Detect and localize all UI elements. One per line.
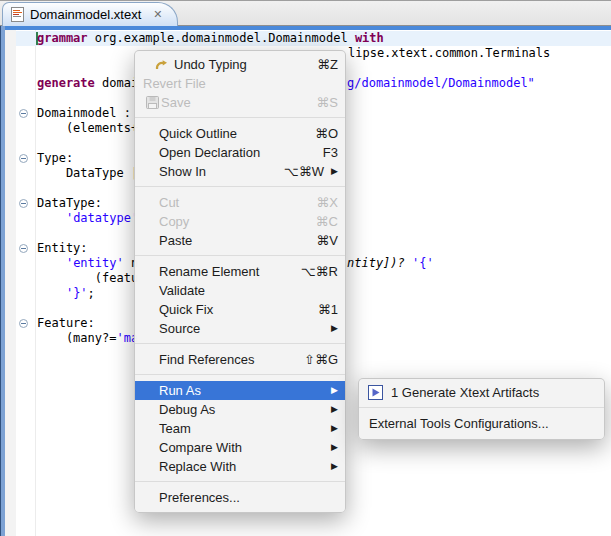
menu-item-label: Replace With [159,459,236,474]
fold-collapse-icon[interactable] [19,109,28,118]
menu-item-1-generate-xtext-artifacts[interactable]: 1 Generate Xtext Artifacts [359,383,604,402]
run-icon [368,385,383,400]
menu-item-label: Open Declaration [159,145,260,160]
editor-tab-bar: Domainmodel.xtext ✕ [0,0,611,26]
submenu-arrow-icon: ▶ [331,381,338,400]
submenu-arrow-icon: ▶ [331,457,338,476]
menu-item-label: Quick Fix [159,302,213,317]
fold-collapse-icon[interactable] [19,244,28,253]
menu-item-label: Validate [159,283,205,298]
menu-item-cut[interactable]: Cut⌘X [135,193,345,212]
fold-collapse-icon[interactable] [19,154,28,163]
menu-item-source[interactable]: Source▶ [135,319,345,338]
menu-item-find-references[interactable]: Find References⇧⌘G [135,350,345,369]
menu-item-label: 1 Generate Xtext Artifacts [391,385,539,400]
code-line[interactable]: g/domainmodel/Domainmodel" [347,76,535,91]
menu-item-shortcut: ⌘C [316,214,338,229]
menu-item-quick-outline[interactable]: Quick Outline⌘O [135,124,345,143]
menu-item-shortcut: ⌘S [316,95,338,110]
menu-item-open-declaration[interactable]: Open DeclarationF3 [135,143,345,162]
menu-item-shortcut: F3 [323,145,338,160]
menu-item-label: Run As [159,383,201,398]
submenu-arrow-icon: ▶ [331,400,338,419]
menu-item-validate[interactable]: Validate [135,281,345,300]
fold-collapse-icon[interactable] [19,319,28,328]
code-line[interactable]: Entity: [37,241,88,256]
submenu-arrow-icon: ▶ [331,162,338,181]
menu-item-label: Revert File [143,76,206,91]
menu-item-shortcut: ⌘V [316,233,338,248]
menu-item-external-tools-configurations[interactable]: External Tools Configurations... [359,414,604,433]
xtext-file-icon [11,7,24,22]
menu-item-paste[interactable]: Paste⌘V [135,231,345,250]
menu-item-label: Source [159,321,200,336]
tab-title: Domainmodel.xtext [30,7,141,22]
code-line[interactable]: generate domai [37,76,138,91]
menu-item-team[interactable]: Team▶ [135,419,345,438]
undo-icon [154,58,169,71]
submenu-arrow-icon: ▶ [331,419,338,438]
menu-item-label: Cut [159,195,179,210]
menu-item-label: Undo Typing [174,57,247,72]
menu-item-label: Debug As [159,402,215,417]
code-line[interactable]: '}'; [37,286,95,301]
menu-item-save[interactable]: Save⌘S [135,93,345,112]
menu-item-quick-fix[interactable]: Quick Fix⌘1 [135,300,345,319]
code-line[interactable]: DataType: [37,196,102,211]
code-line[interactable]: Type: [37,151,73,166]
code-line[interactable]: (many?='ma [37,331,138,346]
menu-item-revert-file[interactable]: Revert File [135,74,345,93]
menu-item-label: Quick Outline [159,126,237,141]
menu-item-label: Preferences... [159,490,240,505]
menu-separator [135,374,345,375]
code-line[interactable]: Domainmodel : [37,106,131,121]
menu-item-shortcut: ⌥⌘W [284,164,324,179]
menu-item-copy[interactable]: Copy⌘C [135,212,345,231]
code-line[interactable]: 'datatype' [37,211,138,226]
menu-item-label: Team [159,421,191,436]
menu-separator [135,343,345,344]
menu-item-label: Paste [159,233,192,248]
menu-item-label: Copy [159,214,189,229]
code-line[interactable]: grammar org.example.domainmodel.Domainmo… [37,31,384,46]
menu-item-shortcut: ⌘1 [318,302,338,317]
run-as-submenu: 1 Generate Xtext ArtifactsExternal Tools… [358,378,605,440]
submenu-arrow-icon: ▶ [331,319,338,338]
menu-item-shortcut: ⌘Z [317,57,338,72]
submenu-arrow-icon: ▶ [331,438,338,457]
menu-item-label: Compare With [159,440,242,455]
menu-separator [135,481,345,482]
tab-domainmodel-xtext[interactable]: Domainmodel.xtext ✕ [2,2,178,26]
menu-item-preferences[interactable]: Preferences... [135,488,345,507]
menu-item-show-in[interactable]: Show In⌥⌘W▶ [135,162,345,181]
menu-separator [135,186,345,187]
save-icon [146,96,159,109]
code-line[interactable]: (featu [37,271,138,286]
menu-separator [135,117,345,118]
menu-item-undo-typing[interactable]: Undo Typing⌘Z [135,55,345,74]
menu-item-run-as[interactable]: Run As▶ [135,381,345,400]
menu-item-shortcut: ⌘O [315,126,338,141]
menu-item-label: Rename Element [159,264,259,279]
menu-item-rename-element[interactable]: Rename Element⌥⌘R [135,262,345,281]
menu-item-compare-with[interactable]: Compare With▶ [135,438,345,457]
menu-item-shortcut: ⌥⌘R [301,264,338,279]
code-line[interactable]: DataType | [37,166,138,181]
code-line[interactable]: 'entity' n [37,256,138,271]
menu-item-shortcut: ⇧⌘G [304,352,338,367]
menu-item-debug-as[interactable]: Debug As▶ [135,400,345,419]
code-line[interactable]: (elements+ [37,121,138,136]
menu-separator [359,407,604,408]
close-icon[interactable]: ✕ [153,8,162,21]
menu-item-label: External Tools Configurations... [369,416,549,431]
menu-separator [135,255,345,256]
menu-item-replace-with[interactable]: Replace With▶ [135,457,345,476]
fold-collapse-icon[interactable] [19,199,28,208]
code-line[interactable]: ntity])? '{' [347,256,434,271]
context-menu: Undo Typing⌘ZRevert FileSave⌘SQuick Outl… [134,50,346,513]
menu-item-label: Find References [159,352,254,367]
menu-item-label: Show In [159,164,206,179]
code-line[interactable]: Feature: [37,316,95,331]
menu-item-label: Save [161,95,191,110]
code-line[interactable]: lipse.xtext.common.Terminals [348,46,550,61]
